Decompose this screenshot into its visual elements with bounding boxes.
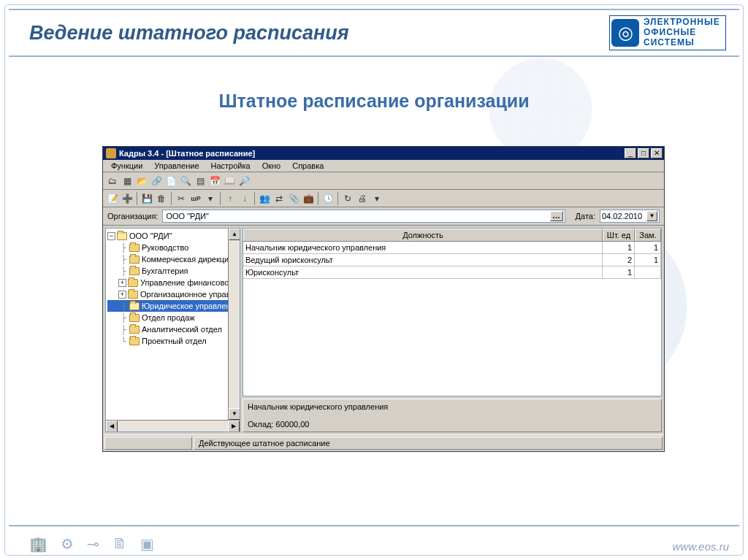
tree-item[interactable]: ├ Аналитический отдел — [107, 323, 240, 335]
tb-card-icon[interactable]: 🗂 — [106, 174, 119, 188]
tb-dropdown-icon[interactable]: ▾ — [204, 192, 217, 205]
status-bar: Действующее штатное расписание — [103, 434, 664, 451]
window-title: Кадры 3.4 - [Штатное расписание] — [119, 149, 625, 158]
folder-icon — [129, 267, 140, 275]
titlebar[interactable]: Кадры 3.4 - [Штатное расписание] _ □ ✕ — [103, 147, 664, 160]
tb-transfer-icon[interactable]: ⇄ — [272, 192, 286, 205]
org-input[interactable]: ООО "РДИ" … — [162, 210, 565, 223]
tree-hscrollbar[interactable]: ◀ ▶ — [106, 420, 240, 431]
org-row: Организация: ООО "РДИ" … Дата: 04.02.201… — [103, 207, 664, 226]
folder-icon — [129, 326, 140, 334]
slide-title: Ведение штатного расписания — [29, 22, 349, 45]
tree-panel[interactable]: − ООО "РДИ" ├ Руководство ├ Коммерческая… — [105, 228, 240, 432]
org-tree: − ООО "РДИ" ├ Руководство ├ Коммерческая… — [106, 229, 240, 348]
tb-link-icon[interactable]: 🔗 — [150, 174, 163, 188]
logo: ◎ ЭЛЕКТРОННЫЕ ОФИСНЫЕ СИСТЕМЫ — [609, 15, 726, 50]
footer-building-icon: 🏢 — [29, 535, 47, 553]
logo-swirl-icon: ◎ — [611, 19, 639, 47]
org-browse-button[interactable]: … — [550, 211, 563, 221]
tree-item[interactable]: ├ Бухгалтерия — [107, 265, 240, 277]
tb-down-icon[interactable]: ↓ — [238, 192, 251, 205]
folder-icon — [128, 279, 138, 287]
slide-footer: 🏢 ⚙ ⊸ 🗎 ▣ www.eos.ru — [9, 525, 739, 553]
detail-panel: Начальник юридического управления Оклад:… — [243, 399, 662, 432]
footer-icons: 🏢 ⚙ ⊸ 🗎 ▣ — [29, 535, 154, 553]
tree-item[interactable]: + Управление финансовов — [107, 277, 240, 288]
minimize-button[interactable]: _ — [625, 148, 636, 158]
expand-icon[interactable]: + — [118, 291, 126, 299]
scroll-up-icon[interactable]: ▲ — [229, 229, 240, 240]
slide-header: Ведение штатного расписания ◎ ЭЛЕКТРОННЫ… — [9, 9, 739, 57]
scroll-down-icon[interactable]: ▼ — [229, 408, 240, 420]
grid-header: Должность Шт. ед Зам. — [243, 229, 661, 242]
tb-up-icon[interactable]: ↑ — [224, 192, 237, 205]
org-label: Организация: — [107, 212, 158, 220]
tree-vscrollbar[interactable]: ▲ ▼ — [228, 229, 240, 420]
tree-item[interactable]: ├ Коммерческая дирекция — [107, 253, 240, 265]
tb-refresh-icon[interactable]: ↻ — [341, 192, 354, 205]
tb-print-icon[interactable]: 🖨 — [356, 192, 369, 205]
tb-search-icon[interactable]: 🔍 — [179, 174, 192, 188]
tb-table-icon[interactable]: ▤ — [194, 174, 207, 188]
tb-briefcase-icon[interactable]: 💼 — [302, 192, 315, 205]
folder-icon — [129, 314, 140, 322]
org-value: ООО "РДИ" — [164, 212, 549, 220]
tree-item[interactable]: + Организационное управле — [107, 288, 240, 300]
footer-module-icon: ▣ — [140, 535, 154, 553]
salary-value: 60000,00 — [276, 420, 310, 429]
folder-icon — [128, 291, 138, 299]
table-row[interactable]: Ведущий юрисконсульт 2 1 — [243, 254, 661, 266]
tree-item-selected[interactable]: ├ Юридическое управление — [107, 300, 240, 312]
date-value: 04.02.2010 — [602, 212, 646, 220]
col-position[interactable]: Должность — [243, 229, 603, 241]
scroll-left-icon[interactable]: ◀ — [106, 421, 118, 432]
footer-doc-icon: 🗎 — [112, 535, 127, 553]
detail-position: Начальник юридического управления — [248, 402, 657, 411]
col-units[interactable]: Шт. ед — [603, 229, 635, 241]
tb-grid-icon[interactable]: ▦ — [121, 174, 134, 188]
tb-paste-text-icon[interactable]: шР — [189, 192, 202, 205]
slide-subtitle: Штатное расписание организации — [0, 91, 748, 112]
tb-copy-icon[interactable]: 📄 — [164, 174, 178, 188]
scroll-right-icon[interactable]: ▶ — [228, 421, 240, 432]
close-button[interactable]: ✕ — [651, 148, 663, 158]
logo-text: ЭЛЕКТРОННЫЕ ОФИСНЫЕ СИСТЕМЫ — [644, 18, 720, 47]
table-row[interactable]: Начальник юридического управления 1 1 — [243, 242, 661, 254]
collapse-icon[interactable]: − — [107, 232, 115, 240]
status-right: Действующее штатное расписание — [194, 437, 663, 450]
tree-item[interactable]: ├ Отдел продаж — [107, 312, 240, 323]
tb-open-icon[interactable]: 📂 — [135, 174, 148, 188]
tb-attach-icon[interactable]: 📎 — [287, 192, 300, 205]
status-left — [104, 437, 192, 450]
tb-save-icon[interactable]: 💾 — [140, 192, 153, 205]
menu-bar: Функции Управление Настройка Окно Справк… — [103, 160, 664, 172]
tb-add-icon[interactable]: ➕ — [121, 192, 134, 205]
menu-management[interactable]: Управление — [149, 161, 204, 171]
tb-calendar-icon[interactable]: 📅 — [208, 174, 221, 188]
restore-button[interactable]: □ — [638, 148, 649, 158]
tree-item[interactable]: └ Проектный отдел — [107, 335, 240, 347]
expand-icon[interactable]: + — [118, 279, 126, 287]
toolbar-1: 🗂 ▦ 📂 🔗 📄 🔍 ▤ 📅 📖 🔎 — [103, 172, 664, 190]
tb-book-icon[interactable]: 📖 — [223, 174, 236, 188]
menu-functions[interactable]: Функции — [106, 161, 148, 171]
menu-settings[interactable]: Настройка — [206, 161, 256, 171]
folder-icon — [129, 337, 140, 345]
menu-help[interactable]: Справка — [287, 161, 329, 171]
menu-window[interactable]: Окно — [257, 161, 286, 171]
tb-clock-icon[interactable]: 🕓 — [321, 192, 335, 205]
tree-root[interactable]: − ООО "РДИ" — [107, 230, 240, 242]
date-input[interactable]: 04.02.2010 ▼ — [600, 210, 660, 223]
tb-find-icon[interactable]: 🔎 — [237, 174, 251, 188]
table-row[interactable]: Юрисконсульт 1 — [243, 266, 661, 279]
date-dropdown-icon[interactable]: ▼ — [646, 211, 657, 221]
app-icon — [106, 148, 116, 158]
col-deputies[interactable]: Зам. — [635, 229, 661, 241]
tb-print-dd-icon[interactable]: ▾ — [370, 192, 383, 205]
positions-grid[interactable]: Должность Шт. ед Зам. Начальник юридичес… — [243, 228, 662, 396]
tb-cut-icon[interactable]: ✂ — [175, 192, 188, 205]
tb-new-icon[interactable]: 📝 — [106, 192, 119, 205]
tree-item[interactable]: ├ Руководство — [107, 242, 240, 253]
tb-delete-icon[interactable]: 🗑 — [155, 192, 168, 205]
tb-users-icon[interactable]: 👥 — [258, 192, 271, 205]
